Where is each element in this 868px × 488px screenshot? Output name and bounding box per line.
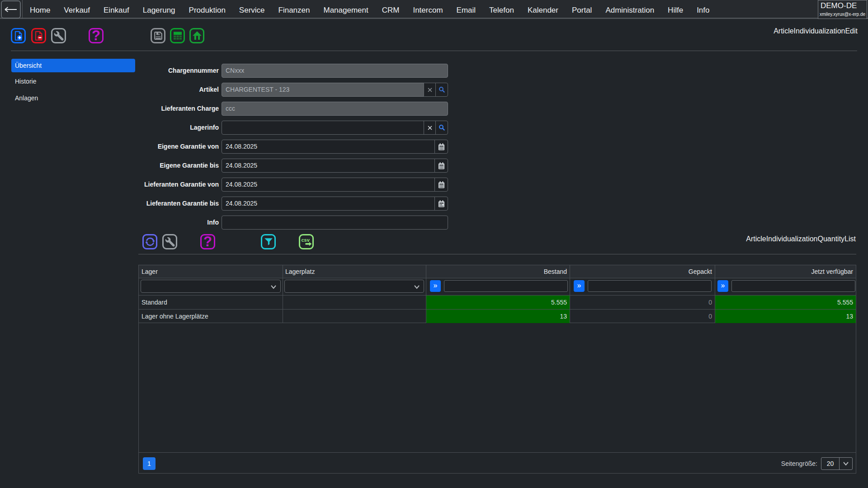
svg-text:csv: csv bbox=[301, 237, 310, 243]
